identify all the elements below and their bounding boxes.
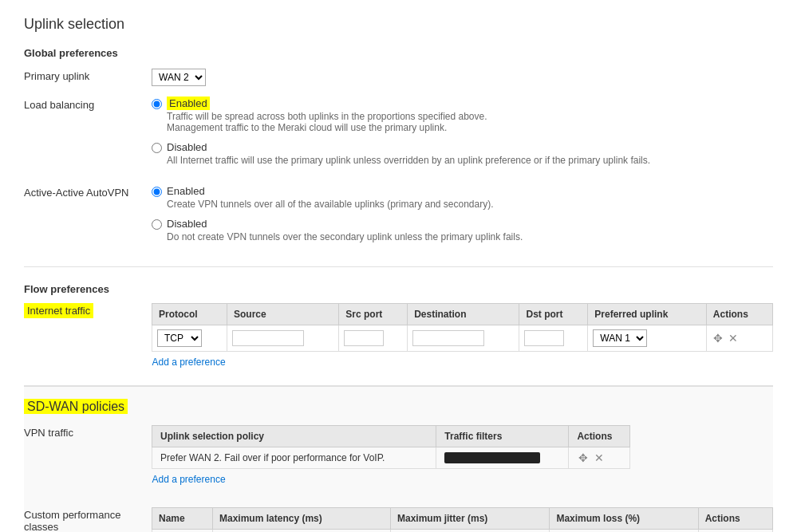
autovpn-enabled-text: Enabled Create VPN tunnels over all of t… (167, 185, 494, 210)
flow-add-preference-cell: Add a preference (152, 352, 773, 373)
primary-uplink-content: WAN 1 WAN 2 (152, 69, 773, 86)
flow-dst-port-cell (519, 325, 588, 352)
flow-delete-button[interactable]: ✕ (727, 332, 740, 345)
custom-perf-row: Custom performance classes Name Maximum … (24, 507, 773, 532)
load-balancing-disabled-radio[interactable] (152, 143, 162, 153)
col-source: Source (227, 304, 339, 325)
sdwan-title: SD-WAN policies (24, 400, 773, 414)
primary-uplink-label: Primary uplink (24, 69, 152, 82)
perf-col-max-loss: Maximum loss (%) (550, 508, 698, 530)
flow-table-row: TCP UDP Any (152, 325, 773, 352)
perf-actions-cell (698, 530, 772, 533)
policy-col-traffic-filters: Traffic filters (436, 426, 569, 447)
load-balancing-enabled-option: Enabled Traffic will be spread across bo… (152, 97, 773, 133)
load-balancing-content: Enabled Traffic will be spread across bo… (152, 97, 773, 174)
flow-source-input[interactable] (232, 330, 304, 346)
flow-actions-cell: ✥ ✕ (706, 325, 772, 352)
flow-table: Protocol Source Src port Destination Dst… (152, 303, 773, 372)
autovpn-row: Active-Active AutoVPN Enabled Create VPN… (24, 185, 773, 250)
load-balancing-label: Load balancing (24, 97, 152, 111)
perf-name-cell (152, 530, 213, 533)
vpn-traffic-row: VPN traffic Uplink selection policy Traf… (24, 425, 773, 496)
flow-move-button[interactable]: ✥ (712, 332, 724, 345)
policy-col-uplink-selection: Uplink selection policy (152, 426, 436, 447)
page-title: Uplink selection (24, 16, 773, 33)
load-balancing-disabled-label: Disabled (167, 141, 650, 153)
policy-table: Uplink selection policy Traffic filters … (152, 425, 630, 490)
internet-traffic-label-cell: Internet traffic (24, 303, 152, 317)
autovpn-disabled-desc: Do not create VPN tunnels over the secon… (167, 231, 523, 242)
autovpn-content: Enabled Create VPN tunnels over all of t… (152, 185, 773, 250)
flow-protocol-select[interactable]: TCP UDP Any (157, 329, 202, 347)
load-balancing-row: Load balancing Enabled Traffic will be s… (24, 97, 773, 174)
load-balancing-enabled-desc: Traffic will be spread across both uplin… (167, 111, 487, 133)
primary-uplink-row: Primary uplink WAN 1 WAN 2 (24, 69, 773, 86)
flow-destination-cell (408, 325, 519, 352)
col-destination: Destination (408, 304, 519, 325)
perf-loss-cell (550, 530, 698, 533)
policy-description: Prefer WAN 2. Fail over if poor performa… (160, 452, 385, 463)
internet-traffic-add-preference-link[interactable]: Add a preference (152, 357, 226, 368)
traffic-filters-redacted (444, 452, 540, 463)
perf-table: Name Maximum latency (ms) Maximum jitter… (152, 507, 773, 532)
perf-col-max-latency: Maximum latency (ms) (213, 508, 391, 530)
sdwan-section: SD-WAN policies VPN traffic Uplink selec… (24, 385, 773, 532)
flow-preferred-uplink-cell: WAN 1 WAN 2 (588, 325, 707, 352)
policy-delete-button[interactable]: ✕ (593, 451, 606, 464)
policy-col-actions: Actions (569, 426, 630, 447)
global-preferences-heading: Global preferences (24, 47, 773, 59)
flow-preferences-heading: Flow preferences (24, 283, 773, 295)
policy-actions-cell: ✥ ✕ (569, 447, 630, 469)
vpn-add-preference-cell: Add a preference (152, 469, 630, 491)
policy-move-button[interactable]: ✥ (577, 451, 590, 464)
flow-add-preference-row: Add a preference (152, 352, 773, 373)
autovpn-disabled-option: Disabled Do not create VPN tunnels over … (152, 218, 773, 242)
custom-perf-label: Custom performance classes (24, 507, 152, 532)
flow-destination-input[interactable] (412, 330, 484, 346)
internet-traffic-label: Internet traffic (24, 303, 93, 318)
policy-traffic-filters-cell (436, 447, 569, 469)
autovpn-enabled-option: Enabled Create VPN tunnels over all of t… (152, 185, 773, 210)
custom-perf-content: Name Maximum latency (ms) Maximum jitter… (152, 507, 773, 532)
perf-jitter-cell (390, 530, 549, 533)
autovpn-enabled-label: Enabled (167, 185, 494, 197)
policy-table-row: Prefer WAN 2. Fail over if poor performa… (152, 447, 630, 469)
autovpn-disabled-label: Disabled (167, 218, 523, 230)
load-balancing-enabled-label: Enabled (167, 97, 210, 110)
perf-col-actions: Actions (698, 508, 772, 530)
sdwan-heading-text: SD-WAN policies (24, 399, 128, 414)
primary-uplink-select[interactable]: WAN 1 WAN 2 (152, 69, 206, 86)
flow-dst-port-input[interactable] (524, 330, 564, 346)
col-src-port: Src port (339, 304, 408, 325)
flow-src-port-input[interactable] (344, 330, 384, 346)
internet-traffic-content: Protocol Source Src port Destination Dst… (152, 303, 773, 372)
flow-protocol-cell: TCP UDP Any (152, 325, 227, 352)
load-balancing-disabled-text: Disabled All Internet traffic will use t… (167, 141, 650, 166)
col-protocol: Protocol (152, 304, 227, 325)
vpn-traffic-label: VPN traffic (24, 425, 152, 439)
vpn-traffic-content: Uplink selection policy Traffic filters … (152, 425, 773, 496)
col-preferred-uplink: Preferred uplink (588, 304, 707, 325)
autovpn-disabled-radio[interactable] (152, 219, 162, 230)
vpn-traffic-add-preference-link[interactable]: Add a preference (152, 474, 226, 485)
page-container: Uplink selection Global preferences Prim… (0, 0, 797, 532)
vpn-add-preference-row: Add a preference (152, 469, 630, 491)
col-dst-port: Dst port (519, 304, 588, 325)
perf-col-name: Name (152, 508, 213, 530)
perf-latency-cell (213, 530, 391, 533)
flow-preferred-uplink-select[interactable]: WAN 1 WAN 2 (593, 329, 647, 347)
load-balancing-enabled-radio[interactable] (152, 99, 162, 109)
load-balancing-enabled-text: Enabled Traffic will be spread across bo… (167, 97, 487, 133)
policy-text-cell: Prefer WAN 2. Fail over if poor performa… (152, 447, 436, 469)
load-balancing-disabled-desc: All Internet traffic will use the primar… (167, 155, 650, 166)
load-balancing-disabled-option: Disabled All Internet traffic will use t… (152, 141, 773, 166)
autovpn-enabled-desc: Create VPN tunnels over all of the avail… (167, 199, 494, 210)
flow-src-port-cell (339, 325, 408, 352)
autovpn-disabled-text: Disabled Do not create VPN tunnels over … (167, 218, 523, 242)
perf-col-max-jitter: Maximum jitter (ms) (390, 508, 549, 530)
flow-source-cell (227, 325, 339, 352)
col-actions: Actions (706, 304, 772, 325)
autovpn-label: Active-Active AutoVPN (24, 185, 152, 199)
autovpn-enabled-radio[interactable] (152, 187, 162, 197)
perf-empty-row (152, 530, 773, 533)
